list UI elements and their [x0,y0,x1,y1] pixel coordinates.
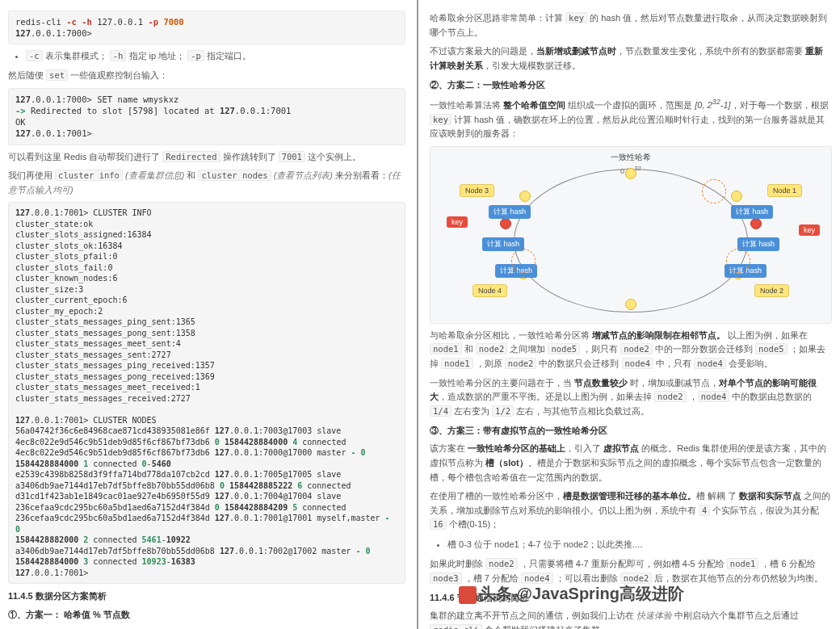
para-hash-mod: 哈希取余分区思路非常简单：计算 key 的 hash 值，然后对节点数量进行取余… [430,11,832,40]
para-cluster-cmds: 我们再使用 cluster info (查看集群信息) 和 cluster no… [8,169,405,197]
node3-dot [519,191,531,202]
key-badge-left: key [447,216,468,228]
node4-badge: Node 4 [472,284,507,297]
scheme-2-title: ②、方案二：一致性哈希分区 [430,79,832,91]
scheme-3-title: ③、方案三：带有虚拟节点的一致性哈希分区 [430,425,832,437]
para-consistent-hash: 一致性哈希算法将 整个哈希值空间 组织成一个虚拟的圆环，范围是 [0, 232-… [430,96,832,140]
camera-icon [459,586,477,604]
para-slot-use: 在使用了槽的一致性哈希分区中，槽是数据管理和迁移的基本单位。槽 解耦 了 数据和… [430,489,832,532]
left-column: redis-cli -c -h 127.0.0.1 -p 7000 127.0.… [0,0,418,629]
code-set-name: 127.0.0.1:7000> SET name wmyskxz -> Redi… [8,88,405,145]
slot-bullet: 槽 0-3 位于 node1；4-7 位于 node2；以此类推.... [447,537,832,552]
arrow-arc-icon [511,249,536,273]
watermark: 头条 @JavaSpring高级进阶 [459,583,684,605]
right-column: 哈希取余分区思路非常简单：计算 key 的 hash 值，然后对节点数量进行取余… [418,0,840,629]
para-virtual-node: 该方案在 一致性哈希分区的基础上，引入了 虚拟节点 的概念。Redis 集群使用… [430,442,832,484]
key-left-dot [500,218,511,229]
hash-badge-mr: 计算 hash [737,237,779,251]
diagram-title: 一致性哈希 [430,147,831,163]
node2-badge: Node 2 [754,284,789,297]
code-cluster-info-nodes: 127.0.0.1:7001> CLUSTER INFO cluster_sta… [8,202,405,584]
para-comm: 集群的建立离不开节点之间的通信，例如我们上访在 快速体验 中刚启动六个集群节点之… [430,609,832,629]
para-compare: 与哈希取余分区相比，一致性哈希分区将 增减节点的影响限制在相邻节点。 以上图为例… [430,329,832,371]
hash-badge-tr: 计算 hash [731,205,773,219]
node1-badge: Node 1 [767,184,802,197]
key-badge-right: key [799,224,820,236]
key-right-dot [750,218,762,229]
node3-badge: Node 3 [460,184,494,197]
arrow-arc-icon [702,179,726,203]
para-set-intro: 然后随便 set 一些值观察控制台输入： [8,69,405,83]
hash-badge-tl: 计算 hash [489,205,531,219]
scheme-1-title: ①、方案一： 哈希值 % 节点数 [8,609,405,621]
consistent-hash-diagram: 一致性哈希 0 / 232 Node 1 Node 2 Node 3 Node … [430,146,832,324]
node1-dot [731,191,742,202]
arrow-arc-icon [726,249,750,273]
para-delete-node: 如果此时删除 node2 ，只需要将槽 4-7 重新分配即可，例如槽 4-5 分… [430,557,832,585]
bullet-cli-flags: -c 表示集群模式； -h 指定 ip 地址； -p 指定端口。 [26,48,405,64]
section-1145-title: 11.4.5 数据分区方案简析 [8,590,405,602]
ring-bottom-dot [625,299,636,310]
para-few-nodes: 一致性哈希分区的主要问题在于，当 节点数量较少 时，增加或删减节点，对单个节点的… [430,376,832,419]
para-hash-issue: 不过该方案最大的问题是，当新增或删减节点时，节点数量发生变化，系统中所有的数据都… [430,44,832,73]
code-rediscli-connect: redis-cli -c -h 127.0.0.1 -p 7000 127.0.… [8,10,405,44]
para-redirected: 可以看到这里 Redis 自动帮我们进行了 Redirected 操作跳转到了 … [8,150,405,165]
ring-origin-dot [625,168,636,179]
